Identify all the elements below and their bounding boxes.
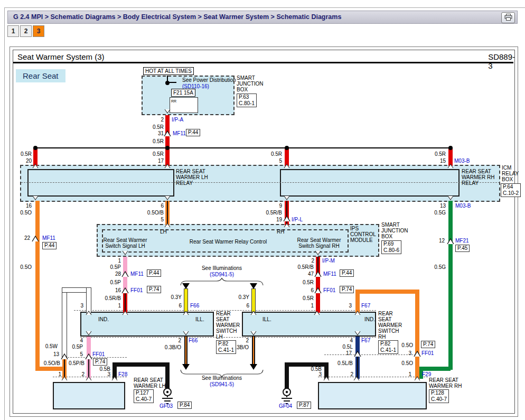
illumination-arrow-icon — [250, 283, 257, 289]
ref-box-line: P.82 — [380, 341, 396, 347]
wire-label: WARMER LH — [176, 174, 208, 180]
wire-segment — [448, 148, 453, 166]
connector-dash-line — [62, 357, 127, 358]
pin-arrow-icon — [323, 376, 330, 381]
wire-link-label[interactable]: MF11 — [130, 271, 144, 277]
junction-dot — [33, 146, 38, 150]
wire-link-label[interactable]: (SD941-5) — [210, 272, 234, 277]
wire-link-label[interactable]: I/P-M — [322, 258, 335, 264]
wire-label: 0.5O — [401, 360, 413, 366]
wire-label: 2 — [178, 338, 181, 343]
pin-arrow-icon — [447, 164, 454, 169]
wire-label: 3 — [349, 303, 352, 309]
wire-label: 9 — [279, 203, 282, 209]
wire-segment — [35, 201, 40, 371]
connector-chevron-icon — [283, 215, 291, 222]
wire-label: 2 — [161, 117, 164, 123]
wire-link-label[interactable]: GF04 — [279, 403, 292, 409]
pin-arrow-icon — [32, 164, 39, 169]
wire-label: 1 — [118, 303, 121, 309]
wire-label: Rear Seat Warmer — [104, 237, 147, 243]
wire-label: 6 — [179, 303, 182, 309]
wire-link-label[interactable]: F28 — [118, 371, 127, 377]
wire-label: 0.5O — [20, 264, 32, 270]
ref-box-line: P.63 — [239, 94, 255, 100]
wire-label: 2 — [246, 338, 249, 343]
wire-label: 0.5R — [153, 138, 164, 144]
component-box — [27, 169, 174, 197]
wire-label: SEAT — [378, 316, 391, 322]
wire-label: LH — [160, 229, 167, 235]
pin-arrow-icon — [447, 195, 454, 200]
wire-label: 0.5P — [110, 279, 121, 285]
wire-link-label[interactable]: FF01 — [323, 287, 335, 293]
wire-link-label[interactable]: MF11 — [173, 130, 186, 136]
ref-box-line: C.41-1 — [380, 347, 396, 353]
wire-label: See Illuminations — [202, 375, 242, 381]
component-box — [280, 169, 460, 197]
wire-label: 2 — [311, 258, 314, 264]
wire-link-label[interactable]: M03-B — [455, 203, 471, 209]
wire-link-label[interactable]: F67 — [361, 338, 370, 343]
wire-label: WARMER RH — [462, 174, 494, 180]
page: G 2.4 MPI > Schematic Diagrams > Body El… — [0, 0, 525, 420]
wire-link-label[interactable]: I/P-L — [292, 217, 303, 222]
wire-link-label[interactable]: FF01 — [92, 351, 105, 357]
wire-label: F21 15A — [171, 89, 195, 97]
wire-label: 22 — [24, 235, 30, 241]
wire-link-label[interactable]: I/P-A — [172, 117, 183, 123]
connector-dash-line — [324, 354, 418, 355]
wire-link-label[interactable]: MF21 — [455, 238, 469, 244]
pin-arrow-icon — [250, 331, 257, 335]
wire-label: 0.5R — [435, 151, 446, 157]
ref-box: P.127C.40-7 — [134, 389, 154, 403]
wire-link-label[interactable]: MF11 — [42, 235, 55, 241]
wire-link-label[interactable]: FF01 — [421, 350, 434, 356]
component-box — [318, 382, 427, 409]
pin-arrow-icon — [284, 223, 290, 228]
ref-box: P.45 — [455, 245, 470, 252]
pin-arrow-icon — [86, 311, 92, 315]
wire-label: IPS — [350, 226, 359, 231]
wire-link-label[interactable]: M03-B — [454, 158, 470, 164]
ref-box: P.128C.40-7 — [429, 389, 449, 403]
ref-box: P.87 — [297, 402, 311, 409]
wire-label: WARMER LH — [134, 383, 166, 389]
wire-link-label[interactable]: F29 — [422, 371, 431, 377]
wire-link-label[interactable]: F66 — [189, 338, 198, 343]
wire-label: 0.3B/O — [165, 344, 181, 350]
wire-link-label[interactable]: F66 — [190, 303, 199, 309]
wire-label: RR — [171, 98, 176, 104]
pin-arrow-icon — [122, 250, 128, 255]
wire-link-label[interactable]: FF01 — [130, 287, 143, 293]
connector-chevron-icon — [60, 353, 69, 360]
pin-arrow-icon — [164, 223, 171, 228]
pin-arrow-icon — [354, 331, 361, 335]
wire-link-label[interactable]: GF03 — [160, 403, 173, 409]
wire-label: 0.5R/B — [105, 295, 121, 301]
ref-box-line: P.45 — [457, 245, 467, 251]
wire-label: 4 — [350, 338, 353, 343]
ref-box-line: C.80-1 — [239, 100, 255, 107]
wire-label: 16 — [26, 203, 32, 209]
ref-box: P.74 — [340, 286, 354, 293]
wire-link-label[interactable]: F67 — [361, 303, 370, 309]
wire-label: 0.5P — [72, 344, 83, 350]
ref-box-line: P.84 — [180, 402, 190, 408]
pin-arrow-icon — [250, 311, 257, 315]
ref-box: P.82C.41-1 — [378, 340, 398, 354]
wire-link-label[interactable]: MF11 — [323, 271, 336, 277]
wire-label: 13 — [53, 351, 59, 357]
wire-label: 4 — [80, 338, 83, 343]
wire-label: 0.5L — [343, 344, 353, 350]
wire-segment — [184, 337, 188, 364]
wire-link-label[interactable]: (SD941-5) — [210, 381, 234, 387]
wire-label: 2 — [350, 371, 353, 377]
ref-box: P.82C.41-1 — [216, 340, 236, 354]
pin-arrow-icon — [315, 250, 321, 255]
wire-label: 0.3Y — [238, 294, 249, 300]
connector-dash-line — [21, 182, 500, 183]
wire-label: Switch Signal RH — [298, 243, 339, 249]
wire-segment — [165, 362, 170, 389]
wire-label: REAR — [378, 311, 393, 316]
